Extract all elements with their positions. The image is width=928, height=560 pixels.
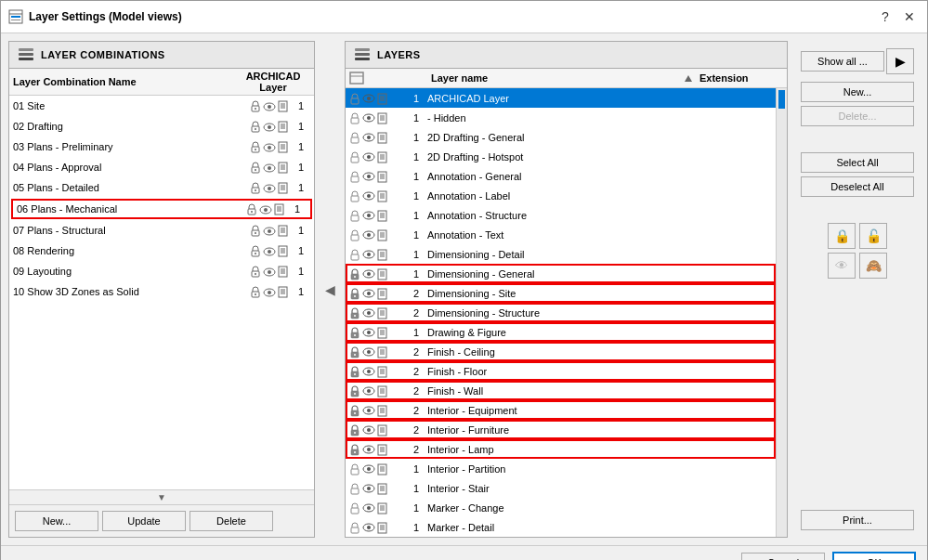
layer-doc-icon[interactable]: [377, 384, 387, 397]
hide-layers-button[interactable]: 🙈: [859, 253, 887, 279]
layer-lock-icon[interactable]: [349, 501, 360, 514]
layer-lock-icon[interactable]: [349, 228, 360, 241]
layer-eye-icon[interactable]: [362, 365, 375, 378]
new-layer-button[interactable]: New...: [801, 82, 914, 102]
layer-eye-icon[interactable]: [362, 111, 375, 124]
layer-doc-icon[interactable]: [377, 423, 387, 436]
scroll-down-arrow[interactable]: ▼: [9, 489, 314, 504]
layer-eye-icon[interactable]: [362, 326, 375, 339]
show-all-button[interactable]: Show all ...: [801, 51, 884, 72]
layer-row[interactable]: 2Dimensioning - Structure: [346, 303, 776, 322]
layer-doc-icon[interactable]: [377, 520, 387, 533]
layer-lock-icon[interactable]: [349, 384, 360, 397]
layer-doc-icon[interactable]: [377, 501, 387, 514]
layer-eye-icon[interactable]: [362, 131, 375, 144]
layer-doc-icon[interactable]: [377, 306, 387, 319]
layer-doc-icon[interactable]: [377, 481, 387, 494]
layer-eye-icon[interactable]: [362, 521, 375, 534]
layer-eye-icon[interactable]: [362, 404, 375, 417]
layer-lock-icon[interactable]: [349, 189, 360, 202]
layer-combination-row[interactable]: 09 Layouting1: [9, 261, 314, 281]
layer-row[interactable]: 2Finish - Ceiling: [346, 342, 776, 361]
layer-lock-icon[interactable]: [349, 345, 360, 358]
layer-row[interactable]: 12D Drafting - General: [346, 127, 776, 147]
layer-eye-icon[interactable]: [362, 248, 375, 261]
layer-combination-row[interactable]: 10 Show 3D Zones as Solid1: [9, 281, 314, 302]
layer-doc-icon[interactable]: [377, 189, 387, 202]
sort-col-header[interactable]: [685, 72, 698, 84]
delete-layer-button[interactable]: Delete...: [801, 106, 914, 126]
layer-eye-icon[interactable]: [362, 228, 375, 241]
layer-combination-row[interactable]: 08 Rendering1: [9, 241, 314, 261]
layer-row[interactable]: 1Dimensioning - Detail: [346, 244, 776, 264]
layer-eye-icon[interactable]: [362, 443, 375, 456]
layer-row[interactable]: 1Dimensioning - General: [346, 264, 776, 283]
deselect-all-button[interactable]: Deselect All: [801, 176, 914, 197]
layer-combination-row[interactable]: 04 Plans - Approval1: [9, 157, 314, 177]
layer-doc-icon[interactable]: [377, 364, 387, 377]
layer-row[interactable]: 2Interior - Furniture: [346, 420, 776, 439]
layer-row[interactable]: 2Interior - Equipment: [346, 400, 776, 420]
layer-row[interactable]: 2Finish - Wall: [346, 381, 776, 400]
layer-eye-icon[interactable]: [362, 209, 375, 222]
layer-doc-icon[interactable]: [377, 247, 387, 260]
layer-eye-icon[interactable]: [362, 462, 375, 475]
layer-lock-icon[interactable]: [349, 208, 360, 221]
layer-eye-icon[interactable]: [362, 92, 375, 105]
show-layers-button[interactable]: 👁: [828, 253, 856, 279]
layer-eye-icon[interactable]: [362, 306, 375, 319]
layer-combination-row[interactable]: 05 Plans - Detailed1: [9, 177, 314, 198]
layer-lock-icon[interactable]: [349, 306, 360, 319]
show-all-expand-button[interactable]: ▶: [886, 48, 914, 74]
layer-row[interactable]: 1Annotation - Text: [346, 225, 776, 244]
layer-doc-icon[interactable]: [377, 169, 387, 182]
layer-row[interactable]: 1Drawing & Figure: [346, 322, 776, 342]
layer-eye-icon[interactable]: [362, 189, 375, 202]
layer-combination-list[interactable]: 01 Site102 Drafting103 Plans - Prelimina…: [9, 96, 314, 489]
layer-lock-icon[interactable]: [349, 247, 360, 260]
layer-doc-icon[interactable]: [377, 150, 387, 163]
update-combination-button[interactable]: Update: [102, 511, 186, 531]
layer-doc-icon[interactable]: [377, 325, 387, 338]
layer-row[interactable]: 1Annotation - Label: [346, 186, 776, 205]
layer-combination-row[interactable]: 01 Site1: [9, 96, 314, 116]
unlock-all-button[interactable]: 🔓: [859, 223, 887, 249]
layer-combination-row[interactable]: 06 Plans - Mechanical1: [11, 199, 312, 219]
layer-lock-icon[interactable]: [349, 462, 360, 475]
layer-doc-icon[interactable]: [377, 130, 387, 143]
layer-combination-row[interactable]: 02 Drafting1: [9, 116, 314, 137]
layer-eye-icon[interactable]: [362, 501, 375, 514]
layer-lock-icon[interactable]: [349, 423, 360, 436]
layer-lock-icon[interactable]: [349, 520, 360, 533]
layer-eye-icon[interactable]: [362, 287, 375, 300]
layer-eye-icon[interactable]: [362, 384, 375, 397]
lock-all-button[interactable]: 🔒: [828, 223, 856, 249]
layer-doc-icon[interactable]: [377, 111, 387, 124]
layer-row[interactable]: 1Marker - Change: [346, 498, 776, 517]
layer-combination-row[interactable]: 07 Plans - Structural1: [9, 220, 314, 241]
layer-doc-icon[interactable]: [377, 228, 387, 241]
layer-doc-icon[interactable]: [377, 286, 387, 299]
ok-button[interactable]: OK: [832, 552, 916, 560]
layer-row[interactable]: 1- Hidden: [346, 108, 776, 127]
layer-row[interactable]: 2Finish - Floor: [346, 361, 776, 381]
layer-lock-icon[interactable]: [349, 267, 360, 280]
delete-combination-button[interactable]: Delete: [190, 511, 273, 531]
layer-doc-icon[interactable]: [377, 208, 387, 221]
layer-lock-icon[interactable]: [349, 130, 360, 143]
layer-row[interactable]: 1Interior - Stair: [346, 478, 776, 498]
layer-doc-icon[interactable]: [377, 91, 387, 104]
scrollbar[interactable]: [776, 88, 787, 537]
layer-doc-icon[interactable]: [377, 403, 387, 416]
layer-lock-icon[interactable]: [349, 286, 360, 299]
layer-lock-icon[interactable]: [349, 442, 360, 455]
layer-doc-icon[interactable]: [377, 442, 387, 455]
layer-lock-icon[interactable]: [349, 325, 360, 338]
scrollbar-thumb[interactable]: [778, 90, 785, 109]
help-button[interactable]: ?: [875, 7, 895, 27]
layer-lock-icon[interactable]: [349, 111, 360, 124]
new-combination-button[interactable]: New...: [15, 511, 98, 531]
close-button[interactable]: ✕: [899, 7, 920, 27]
layer-row[interactable]: 1Annotation - General: [346, 166, 776, 186]
layer-lock-icon[interactable]: [349, 169, 360, 182]
